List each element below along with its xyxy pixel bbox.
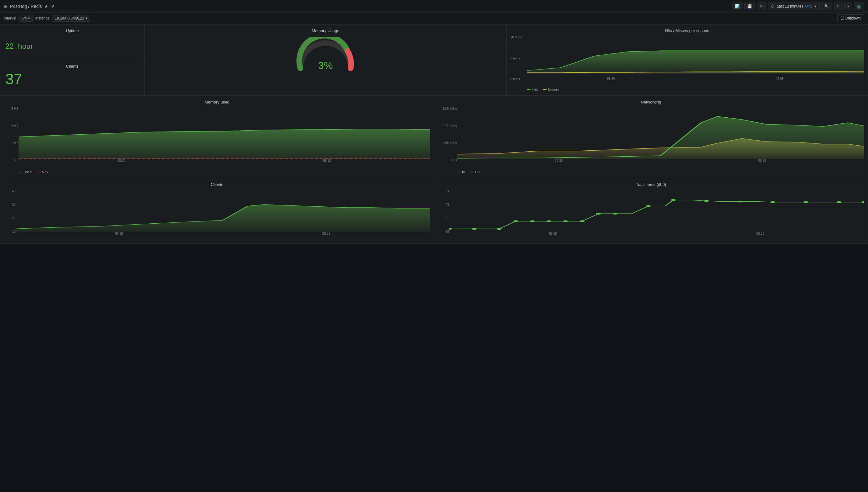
zoom-icon: 🔍 <box>824 4 829 8</box>
uptime-title: Uptime <box>5 28 139 33</box>
networking-legend: In Out <box>438 170 864 174</box>
networking-y-axis: 14.6 KiB/s 9.77 KiB/s 4.88 KiB/s 0 B/s <box>438 107 457 168</box>
star-icon[interactable]: ★ <box>44 4 48 9</box>
svg-point-24 <box>861 201 864 203</box>
clients-chart-y-axis: 40 30 20 10 <box>4 189 16 240</box>
memory-usage-title: Memory Usage <box>312 28 339 33</box>
legend-out: Out <box>470 170 481 174</box>
interval-chevron: ▾ <box>28 16 30 21</box>
utc-label: UTC <box>805 4 812 8</box>
hits-dot <box>527 89 531 90</box>
svg-marker-2 <box>19 129 430 159</box>
refresh-button[interactable]: ↻ <box>834 2 843 10</box>
zoom-out-button[interactable]: 🔍 <box>821 2 832 10</box>
svg-point-19 <box>704 200 709 202</box>
share-icon[interactable]: ⇗ <box>51 4 55 9</box>
save-button[interactable]: 💾 <box>744 2 755 10</box>
nav-right: 📊 💾 ⚙ ⏱ Last 12 minutes UTC ▾ 🔍 ↻ ▾ 📺 <box>732 2 864 10</box>
svg-point-16 <box>613 213 618 215</box>
grid-icon: ⊞ <box>4 4 7 9</box>
tv-icon: 📺 <box>857 4 861 8</box>
top-nav: ⊞ PostHog / Redis ★ ⇗ 📊 💾 ⚙ ⏱ Last 12 mi… <box>0 0 868 13</box>
networking-chart-area: 08:30 08:35 <box>457 107 864 168</box>
instance-value: 10.244.0.34:9121 <box>55 16 84 21</box>
used-dot <box>19 172 22 172</box>
dropdown-icon: ▾ <box>847 4 849 8</box>
interval-select[interactable]: 5m ▾ <box>19 15 33 22</box>
svg-point-13 <box>563 220 568 222</box>
total-items-y-axis: 74 72 70 68 <box>438 189 450 240</box>
nav-title: PostHog / Redis <box>10 4 42 9</box>
memory-usage-panel: Memory Usage 3% <box>145 24 506 96</box>
time-range-label: Last 12 minutes <box>777 4 803 8</box>
chevron-down-icon: ▾ <box>814 4 816 8</box>
svg-point-9 <box>496 228 502 230</box>
drilldown-label: Drilldown <box>845 16 861 21</box>
row3: Clients 40 30 20 10 <box>0 178 868 244</box>
svg-point-12 <box>546 220 551 222</box>
svg-point-11 <box>530 220 535 222</box>
clients-stat-value: 37 <box>5 71 139 88</box>
memory-used-chart-area: 08:30 08:35 <box>19 107 430 168</box>
instance-chevron: ▾ <box>85 16 87 21</box>
interval-label: Interval <box>4 16 16 21</box>
hits-misses-x-axis: 08:30 08:35 <box>527 76 864 80</box>
drilldown-button[interactable]: ☰ Drilldown <box>837 15 864 22</box>
networking-title: Networking <box>438 100 864 104</box>
clients-stat-panel: Clients 37 <box>0 60 145 96</box>
uptime-value: 22 hour <box>5 35 139 52</box>
clients-chart-title: Clients <box>4 182 430 187</box>
memory-used-x-axis: 08:30 08:35 <box>19 159 430 162</box>
y-label-5: 5 req/s <box>510 57 527 60</box>
hits-misses-panel: Hits / Misses per second 10 req/s 5 req/… <box>506 24 868 96</box>
nav-left: ⊞ PostHog / Redis ★ ⇗ <box>4 4 55 9</box>
settings-button[interactable]: ⚙ <box>757 2 766 10</box>
left-column: Uptime 22 hour Clients 37 <box>0 24 145 96</box>
svg-point-17 <box>646 205 651 207</box>
total-items-panel: Total items (db0) 74 72 70 68 <box>434 178 868 244</box>
in-dot <box>457 172 461 172</box>
svg-point-8 <box>472 228 477 230</box>
networking-x-axis: 08:30 08:35 <box>457 159 864 162</box>
hits-misses-svg <box>527 35 864 76</box>
networking-panel: Networking 14.6 KiB/s 9.77 KiB/s 4.88 Ki… <box>434 96 868 178</box>
refresh-dropdown-button[interactable]: ▾ <box>844 2 852 10</box>
gear-icon: ⚙ <box>760 4 763 8</box>
gauge-percent: 3% <box>318 60 333 71</box>
legend-hits: Hits <box>527 88 538 92</box>
save-icon: 💾 <box>747 4 752 8</box>
tv-mode-button[interactable]: 📺 <box>854 2 864 10</box>
add-panel-button[interactable]: 📊 <box>732 2 742 10</box>
svg-point-20 <box>737 201 742 203</box>
svg-marker-6 <box>16 204 430 232</box>
y-label-0: 0 req/s <box>510 77 527 81</box>
svg-point-22 <box>803 201 809 203</box>
time-range-button[interactable]: ⏱ Last 12 minutes UTC ▾ <box>768 2 820 10</box>
hits-misses-legend: Hits Misses <box>510 88 864 92</box>
instance-select[interactable]: 10.244.0.34:9121 ▾ <box>52 15 90 22</box>
legend-used: Used <box>19 170 32 174</box>
total-items-x-axis: 08:30 08:35 <box>450 232 864 235</box>
legend-in: In <box>457 170 465 174</box>
svg-point-14 <box>580 220 585 222</box>
clients-x-axis: 08:30 08:35 <box>16 232 430 235</box>
svg-point-23 <box>837 201 842 203</box>
svg-point-7 <box>450 228 452 230</box>
clients-chart-panel: Clients 40 30 20 10 <box>0 178 434 244</box>
interval-value: 5m <box>21 16 27 21</box>
total-items-chart-area: 08:30 08:35 <box>450 189 864 240</box>
dashboard: Uptime 22 hour Clients 37 Memory Usage 3… <box>0 24 868 244</box>
row2: Memory used 3 MB 2 MB 1 MB 0 B <box>0 96 868 178</box>
total-items-title: Total items (db0) <box>438 182 864 187</box>
hits-misses-title: Hits / Misses per second <box>510 28 864 33</box>
clients-chart-svg <box>16 189 430 232</box>
gauge-container: 3% <box>294 37 357 71</box>
svg-point-10 <box>513 220 518 222</box>
svg-point-15 <box>596 213 601 215</box>
clients-stat-title: Clients <box>5 64 139 69</box>
toolbar: Interval 5m ▾ Instance 10.244.0.34:9121 … <box>0 13 868 24</box>
memory-used-svg <box>19 107 430 159</box>
instance-label: Instance <box>35 16 49 21</box>
legend-max: Max <box>37 170 48 174</box>
memory-used-title: Memory used <box>4 100 430 104</box>
